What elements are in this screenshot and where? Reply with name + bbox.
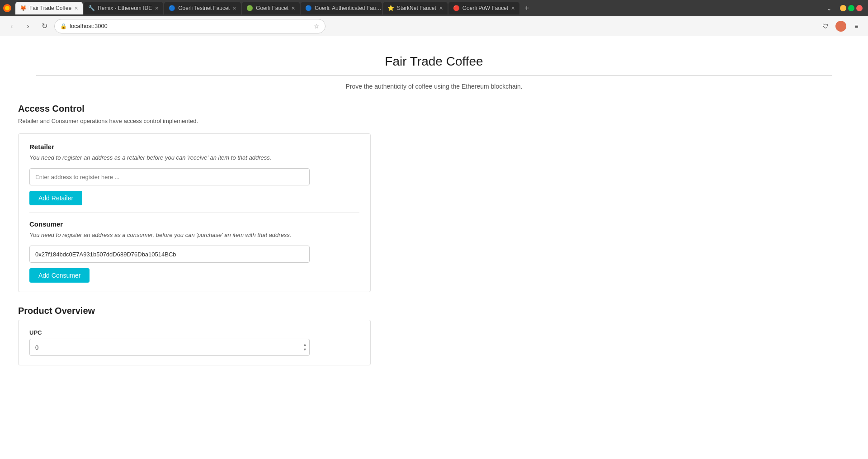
upc-arrow-up[interactable]: ▲: [302, 342, 308, 347]
tab-overflow-button[interactable]: ⌄: [823, 5, 835, 12]
forward-button[interactable]: ›: [22, 20, 34, 33]
minimize-button[interactable]: [840, 5, 846, 11]
maximize-button[interactable]: [848, 5, 854, 11]
page-subtitle: Prove the authenticity of coffee using t…: [18, 83, 850, 90]
address-input[interactable]: [70, 23, 311, 29]
retailer-title: Retailer: [29, 143, 359, 151]
menu-button[interactable]: ≡: [850, 20, 863, 33]
tab-close-7[interactable]: ✕: [511, 5, 515, 11]
retailer-section: Retailer You need to register an address…: [29, 143, 359, 205]
tab-favicon-4: 🟢: [246, 5, 253, 11]
page-content: Fair Trade Coffee Prove the authenticity…: [0, 36, 868, 459]
back-button[interactable]: ‹: [5, 20, 18, 33]
tab-favicon-2: 🔧: [88, 5, 95, 11]
add-consumer-button[interactable]: Add Consumer: [29, 268, 90, 283]
access-control-card: Retailer You need to register an address…: [18, 133, 371, 292]
retailer-address-input[interactable]: [29, 168, 310, 185]
consumer-address-input[interactable]: [29, 246, 310, 263]
upc-label: UPC: [29, 329, 359, 336]
title-divider: [36, 75, 832, 76]
new-tab-button[interactable]: +: [520, 2, 533, 14]
retailer-description: You need to register an address as a ret…: [29, 154, 359, 161]
browser-chrome: 🦊 Fair Trade Coffee ✕ 🔧 Remix - Ethereum…: [0, 0, 868, 36]
access-control-title: Access Control: [18, 104, 850, 114]
tab-favicon-6: ⭐: [387, 5, 394, 11]
product-overview-title: Product Overview: [18, 306, 850, 316]
address-bar[interactable]: 🔒 ☆: [54, 19, 326, 33]
avatar-extension[interactable]: [835, 21, 846, 32]
upc-arrows: ▲ ▼: [302, 342, 308, 352]
tab-favicon-7: 🔴: [453, 5, 460, 11]
svg-point-1: [5, 6, 9, 10]
nav-extensions: 🛡 ≡: [819, 20, 863, 33]
tab-label-3: Goerli Testnet Faucet: [178, 5, 230, 11]
tab-close-1[interactable]: ✕: [74, 5, 78, 11]
tab-remix[interactable]: 🔧 Remix - Ethereum IDE ✕: [84, 2, 163, 14]
tab-close-6[interactable]: ✕: [439, 5, 443, 11]
tab-close-4[interactable]: ✕: [291, 5, 295, 11]
consumer-section: Consumer You need to register an address…: [29, 220, 359, 283]
window-controls: [836, 5, 866, 11]
upc-arrow-down[interactable]: ▼: [302, 347, 308, 352]
upc-input-wrapper: ▲ ▼: [29, 339, 310, 356]
tab-goerli-pow[interactable]: 🔴 Goerli PoW Faucet ✕: [448, 2, 519, 14]
tab-label-1: Fair Trade Coffee: [29, 5, 71, 11]
add-retailer-button[interactable]: Add Retailer: [29, 191, 82, 205]
tab-label-2: Remix - Ethereum IDE: [98, 5, 152, 11]
tab-favicon-3: 🔵: [169, 5, 175, 11]
secure-icon: 🔒: [60, 23, 67, 29]
tab-label-6: StarkNet Faucet: [397, 5, 436, 11]
card-divider: [29, 213, 359, 213]
tab-starknet[interactable]: ⭐ StarkNet Faucet ✕: [383, 2, 448, 14]
tab-close-2[interactable]: ✕: [155, 5, 159, 11]
tab-goerli-testnet[interactable]: 🔵 Goerli Testnet Faucet ✕: [164, 2, 241, 14]
tab-close-3[interactable]: ✕: [232, 5, 236, 11]
tab-favicon-5: 🔵: [305, 5, 312, 11]
bookmark-icon[interactable]: ☆: [314, 23, 320, 30]
nav-bar: ‹ › ↻ 🔒 ☆ 🛡 ≡: [0, 16, 868, 36]
browser-icon: [2, 3, 13, 14]
tab-goerli-auth[interactable]: 🔵 Goerli: Authenticated Fau… ✕: [301, 2, 382, 14]
access-control-desc: Retailer and Consumer operations have ac…: [18, 118, 850, 124]
close-button[interactable]: [856, 5, 863, 11]
upc-input[interactable]: [29, 339, 310, 356]
tab-label-5: Goerli: Authenticated Fau…: [315, 5, 381, 11]
tab-favicon-1: 🦊: [20, 5, 27, 11]
tab-goerli-faucet[interactable]: 🟢 Goerli Faucet ✕: [242, 2, 300, 14]
tab-bar: 🦊 Fair Trade Coffee ✕ 🔧 Remix - Ethereum…: [0, 0, 868, 16]
product-overview-card: UPC ▲ ▼: [18, 320, 371, 365]
tab-fair-trade-coffee[interactable]: 🦊 Fair Trade Coffee ✕: [15, 2, 83, 14]
reload-button[interactable]: ↻: [38, 20, 51, 33]
tab-label-7: Goerli PoW Faucet: [462, 5, 508, 11]
consumer-description: You need to register an address as a con…: [29, 232, 359, 238]
consumer-title: Consumer: [29, 220, 359, 228]
page-title: Fair Trade Coffee: [18, 54, 850, 69]
shield-extension[interactable]: 🛡: [819, 20, 832, 33]
tab-label-4: Goerli Faucet: [256, 5, 288, 11]
